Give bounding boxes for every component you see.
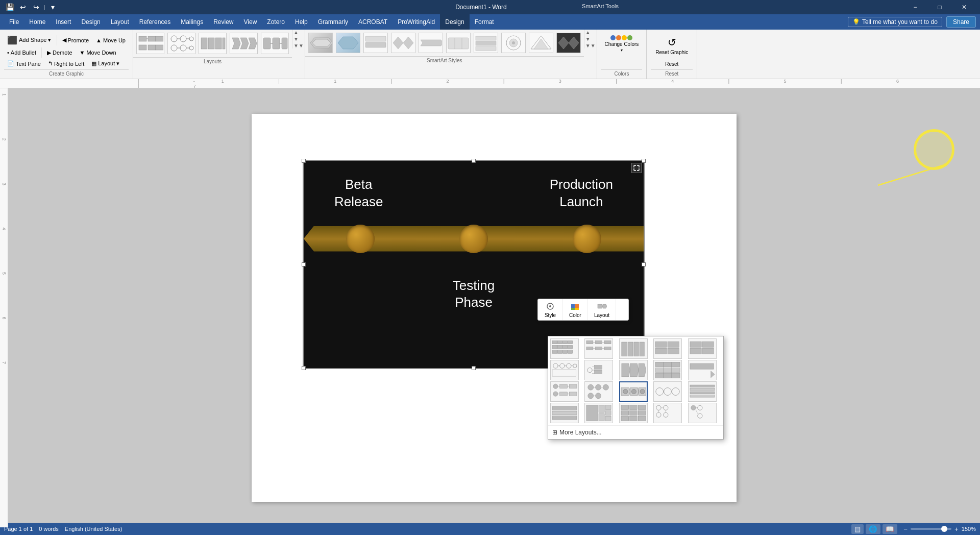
menu-acrobat[interactable]: ACROBAT (353, 14, 393, 30)
layout-thumb-15[interactable] (688, 381, 717, 402)
layout-thumb-12[interactable] (584, 381, 613, 402)
menu-help[interactable]: Help (290, 14, 313, 30)
menu-layout[interactable]: Layout (106, 14, 134, 30)
layout-thumb-14[interactable] (653, 381, 682, 402)
menu-prowritingaid[interactable]: ProWritingAid (393, 14, 440, 30)
dot-1[interactable] (346, 225, 375, 253)
layout-dropdown-button[interactable]: ▦ Layout ▾ (88, 59, 122, 68)
save-button[interactable]: 💾 (4, 2, 15, 13)
beta-release-label[interactable]: BetaRelease (334, 176, 383, 211)
change-colors-button[interactable]: Change Colors ▾ (601, 32, 643, 56)
layout-thumb-2[interactable] (584, 338, 613, 359)
layout-thumb-13[interactable] (619, 381, 648, 402)
layout-item-2[interactable] (167, 33, 195, 54)
print-layout-button[interactable]: ▤ (851, 524, 864, 534)
menu-smartart-design[interactable]: Design (440, 14, 469, 30)
layout-item-4[interactable] (230, 33, 258, 54)
menu-format[interactable]: Format (470, 14, 499, 30)
handle-ml[interactable] (302, 262, 306, 266)
menu-insert[interactable]: Insert (51, 14, 76, 30)
layout-thumb-17[interactable] (584, 403, 613, 423)
read-mode-button[interactable]: 📖 (883, 524, 897, 534)
tell-me-input[interactable]: 💡 Tell me what you want to do (848, 17, 942, 27)
zoom-in-button[interactable]: + (954, 525, 959, 533)
menu-design[interactable]: Design (76, 14, 105, 30)
menu-grammarly[interactable]: Grammarly (313, 14, 353, 30)
layout-thumb-9[interactable] (653, 360, 682, 380)
handle-tl[interactable] (302, 159, 306, 163)
layouts-scroll-down[interactable]: ▼ (293, 36, 304, 42)
demote-button[interactable]: ▶ Demote (44, 48, 76, 58)
styles-scroll-down[interactable]: ▼ (585, 36, 596, 42)
layouts-scroll-more[interactable]: ▼▼ (293, 43, 304, 48)
layouts-scroll-up[interactable]: ▲ (293, 30, 304, 35)
style-item-4[interactable] (391, 33, 415, 53)
layout-thumb-7[interactable] (584, 360, 613, 380)
web-layout-button[interactable]: 🌐 (866, 524, 880, 534)
layout-thumb-19[interactable] (653, 403, 682, 423)
style-item-2[interactable] (336, 33, 360, 53)
style-item-8[interactable] (501, 33, 526, 53)
layout-item-1[interactable] (136, 33, 164, 54)
zoom-out-button[interactable]: − (903, 525, 908, 533)
style-item-10[interactable] (556, 33, 581, 53)
menu-review[interactable]: Review (208, 14, 238, 30)
dot-3[interactable] (573, 225, 601, 253)
customize-button[interactable]: ▾ (47, 2, 59, 13)
add-shape-button[interactable]: ⬛ Add Shape ▾ (4, 34, 55, 46)
style-item-1[interactable] (308, 33, 333, 53)
layout-thumb-20[interactable] (688, 403, 717, 423)
close-button[interactable]: ✕ (952, 0, 976, 14)
handle-tr[interactable] (642, 159, 646, 163)
layout-thumb-16[interactable] (550, 403, 579, 423)
layout-thumb-18[interactable] (619, 403, 648, 423)
minimize-button[interactable]: − (903, 0, 927, 14)
dot-2[interactable] (459, 225, 488, 253)
layout-thumb-8[interactable] (619, 360, 648, 380)
layout-item-5[interactable] (261, 33, 289, 54)
layout-thumb-1[interactable] (550, 338, 579, 359)
style-item-6[interactable] (446, 33, 471, 53)
styles-scroll-more[interactable]: ▼▼ (585, 43, 596, 48)
color-button[interactable]: Color (563, 299, 588, 320)
style-item-5[interactable] (419, 33, 443, 53)
layout-mini-button[interactable]: Layout (588, 299, 616, 320)
menu-home[interactable]: Home (24, 14, 51, 30)
undo-button[interactable]: ↩ (17, 2, 29, 13)
promote-button[interactable]: ◀ Promote (59, 35, 92, 45)
expand-icon[interactable] (631, 163, 642, 173)
reset-button[interactable]: Reset (660, 59, 683, 69)
handle-mr[interactable] (642, 262, 646, 266)
layout-thumb-6[interactable] (550, 360, 579, 380)
more-layouts-button[interactable]: ⊞ More Layouts... (548, 425, 723, 439)
layout-grid-scroll[interactable] (548, 336, 723, 425)
restore-button[interactable]: □ (928, 0, 951, 14)
style-item-7[interactable] (474, 33, 498, 53)
menu-references[interactable]: References (134, 14, 176, 30)
layout-thumb-10[interactable] (688, 360, 717, 380)
handle-bl[interactable] (302, 366, 306, 370)
text-pane-button[interactable]: 📄 Text Pane (4, 59, 44, 68)
layout-thumb-3[interactable] (619, 338, 648, 359)
add-bullet-button[interactable]: • Add Bullet (4, 48, 39, 57)
share-button[interactable]: Share (946, 16, 976, 28)
menu-file[interactable]: File (4, 14, 24, 30)
move-up-button[interactable]: ▲ Move Up (93, 36, 129, 45)
production-launch-label[interactable]: ProductionLaunch (550, 176, 613, 211)
redo-button[interactable]: ↪ (31, 2, 42, 13)
style-item-9[interactable] (529, 33, 553, 53)
menu-zotero[interactable]: Zotero (262, 14, 290, 30)
handle-bm[interactable] (472, 366, 476, 370)
zoom-slider[interactable] (911, 528, 951, 530)
layout-thumb-4[interactable] (653, 338, 682, 359)
handle-tm[interactable] (472, 159, 476, 163)
style-item-3[interactable] (363, 33, 388, 53)
layout-thumb-11[interactable] (550, 381, 579, 402)
reset-graphic-button[interactable]: ↺ Reset Graphic (651, 34, 693, 58)
layout-thumb-5[interactable] (688, 338, 717, 359)
styles-scroll-up[interactable]: ▲ (585, 30, 596, 35)
style-button[interactable]: Style (538, 299, 563, 320)
menu-mailings[interactable]: Mailings (176, 14, 208, 30)
menu-view[interactable]: View (239, 14, 262, 30)
move-down-button[interactable]: ▼ Move Down (77, 48, 119, 57)
